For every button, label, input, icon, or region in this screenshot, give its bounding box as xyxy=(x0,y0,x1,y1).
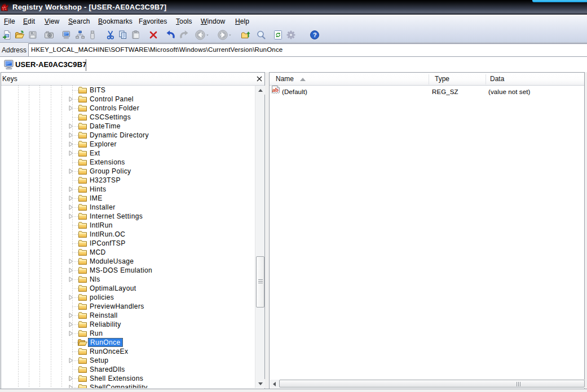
svg-text:ab: ab xyxy=(272,86,279,93)
svg-text:?: ? xyxy=(313,32,317,38)
